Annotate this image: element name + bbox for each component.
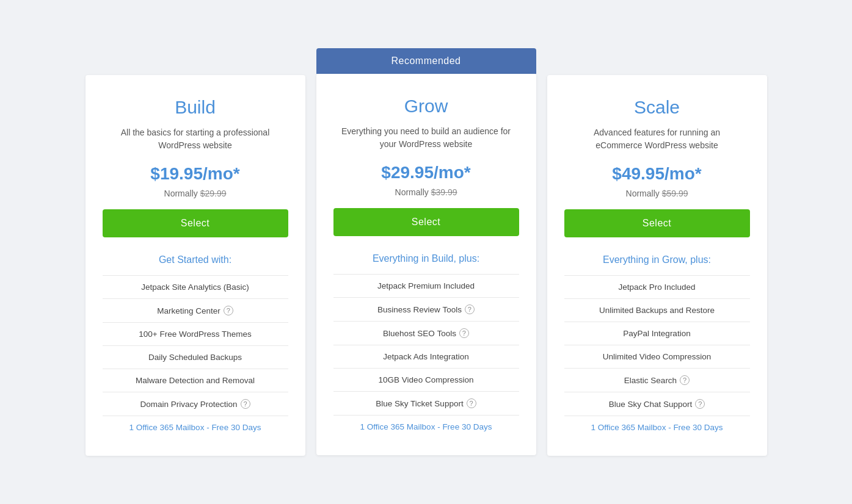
plan-wrapper-scale: ScaleAdvanced features for running an eC… (547, 48, 767, 456)
feature-text: Domain Privacy Protection (140, 400, 237, 409)
plan-card-build: BuildAll the basics for starting a profe… (86, 75, 305, 456)
pricing-plans: BuildAll the basics for starting a profe… (86, 48, 767, 456)
list-item: PayPal Integration (564, 322, 750, 345)
list-item: Bluehost SEO Tools? (333, 321, 519, 345)
plan-normal-price-grow: Normally $39.99 (395, 187, 457, 197)
help-icon[interactable]: ? (459, 328, 469, 338)
list-item: Jetpack Ads Integration (333, 345, 519, 368)
select-button-grow[interactable]: Select (333, 208, 519, 236)
select-button-build[interactable]: Select (103, 209, 288, 237)
list-item: Unlimited Backups and Restore (564, 298, 750, 322)
help-icon[interactable]: ? (467, 398, 476, 408)
list-item: Blue Sky Ticket Support? (333, 391, 519, 415)
plan-name-scale: Scale (634, 97, 680, 118)
list-item: Domain Privacy Protection? (103, 392, 288, 416)
plan-description-scale: Advanced features for running an eCommer… (572, 126, 743, 152)
feature-text: Daily Scheduled Backups (148, 353, 242, 362)
list-item[interactable]: 1 Office 365 Mailbox - Free 30 Days (103, 416, 288, 439)
section-title-build: Get Started with: (159, 254, 231, 265)
help-icon[interactable]: ? (680, 375, 690, 385)
list-item: Blue Sky Chat Support? (564, 392, 750, 416)
select-button-scale[interactable]: Select (564, 209, 750, 237)
plan-wrapper-grow: RecommendedGrowEverything you need to bu… (316, 48, 536, 455)
list-item: Elastic Search? (564, 368, 750, 392)
list-item: Daily Scheduled Backups (103, 345, 288, 369)
feature-text: 100+ Free WordPress Themes (139, 329, 251, 339)
feature-text: Malware Detection and Removal (136, 376, 255, 385)
list-item: Jetpack Site Analytics (Basic) (103, 275, 288, 298)
plan-price-scale: $49.95/mo* (612, 164, 701, 184)
list-item: Marketing Center? (103, 298, 288, 322)
list-item: Unlimited Video Compression (564, 345, 750, 368)
feature-text: Unlimited Backups and Restore (599, 306, 715, 315)
plan-name-grow: Grow (404, 96, 448, 117)
plan-description-grow: Everything you need to build an audience… (341, 125, 512, 151)
feature-text: 10GB Video Compression (379, 375, 474, 384)
section-title-scale: Everything in Grow, plus: (603, 254, 711, 265)
help-icon[interactable]: ? (695, 399, 705, 409)
recommended-badge: Recommended (316, 48, 536, 74)
plan-description-build: All the basics for starting a profession… (110, 126, 281, 152)
feature-text: Elastic Search (624, 376, 677, 385)
list-item[interactable]: 1 Office 365 Mailbox - Free 30 Days (564, 416, 750, 439)
plan-normal-price-build: Normally $29.99 (164, 189, 227, 198)
feature-text: Business Review Tools (377, 305, 462, 314)
list-item: 10GB Video Compression (333, 368, 519, 391)
plan-card-grow: GrowEverything you need to build an audi… (316, 74, 536, 455)
feature-text: Jetpack Site Analytics (Basic) (141, 283, 249, 292)
help-icon[interactable]: ? (465, 304, 475, 314)
features-list-grow: Jetpack Premium IncludedBusiness Review … (333, 274, 519, 438)
list-item: Jetpack Premium Included (333, 274, 519, 297)
feature-text: Unlimited Video Compression (603, 352, 712, 361)
section-title-grow: Everything in Build, plus: (373, 253, 479, 264)
plan-price-grow: $29.95/mo* (381, 163, 470, 182)
feature-text: 1 Office 365 Mailbox - Free 30 Days (129, 423, 261, 432)
badge-spacer (86, 48, 305, 75)
list-item: Jetpack Pro Included (564, 275, 750, 298)
list-item: Malware Detection and Removal (103, 369, 288, 392)
list-item[interactable]: 1 Office 365 Mailbox - Free 30 Days (333, 415, 519, 438)
help-icon[interactable]: ? (224, 306, 233, 315)
badge-spacer (547, 48, 767, 75)
feature-text: PayPal Integration (623, 329, 690, 338)
list-item: 100+ Free WordPress Themes (103, 322, 288, 345)
feature-text: Jetpack Ads Integration (383, 352, 468, 361)
plan-wrapper-build: BuildAll the basics for starting a profe… (86, 48, 305, 456)
feature-text: 1 Office 365 Mailbox - Free 30 Days (591, 423, 723, 432)
feature-text: Blue Sky Ticket Support (376, 399, 463, 408)
plan-name-build: Build (175, 97, 216, 118)
plan-price-build: $19.95/mo* (150, 164, 239, 184)
list-item: Business Review Tools? (333, 297, 519, 321)
plan-normal-price-scale: Normally $59.99 (626, 189, 688, 198)
help-icon[interactable]: ? (241, 399, 250, 409)
features-list-scale: Jetpack Pro IncludedUnlimited Backups an… (564, 275, 750, 439)
feature-text: 1 Office 365 Mailbox - Free 30 Days (360, 422, 492, 431)
features-list-build: Jetpack Site Analytics (Basic)Marketing … (103, 275, 288, 439)
feature-text: Bluehost SEO Tools (383, 329, 456, 338)
plan-card-scale: ScaleAdvanced features for running an eC… (547, 75, 767, 456)
feature-text: Blue Sky Chat Support (609, 400, 693, 409)
feature-text: Jetpack Pro Included (618, 283, 695, 292)
feature-text: Jetpack Premium Included (377, 281, 475, 290)
feature-text: Marketing Center (157, 306, 220, 315)
